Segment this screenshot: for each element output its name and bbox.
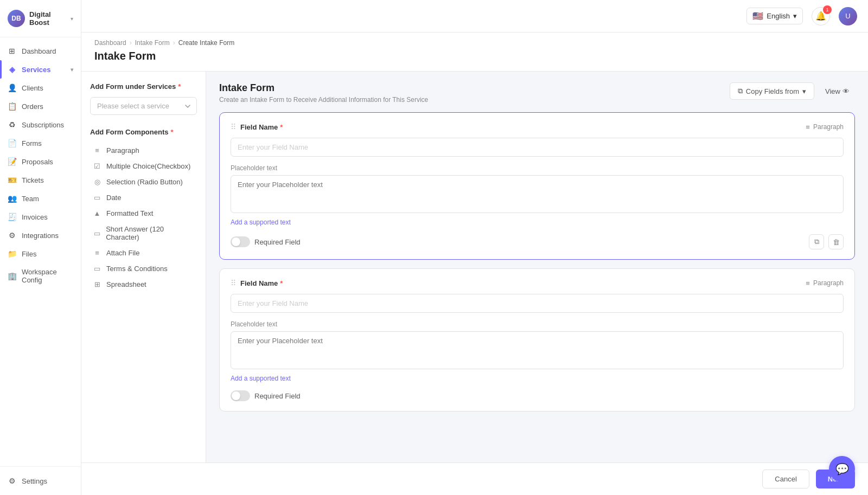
component-item-date[interactable]: ▭ Date [90, 190, 197, 205]
nav-label: Team [22, 195, 39, 203]
sidebar-item-tickets[interactable]: 🎫 Tickets [0, 171, 81, 189]
sidebar-item-workspace-config[interactable]: 🏢 Workspace Config [0, 263, 81, 289]
component-item-attach-file[interactable]: ≡ Attach File [90, 245, 197, 261]
field-header: ⠿ Field Name * ≡ Paragraph [231, 123, 844, 131]
nav-label: Subscriptions [22, 121, 64, 129]
copy-fields-button[interactable]: ⧉ Copy Fields from ▾ [730, 82, 814, 100]
topbar: 🇺🇸 English ▾ 🔔 1 U [81, 0, 868, 33]
nav-label: Invoices [22, 213, 48, 221]
component-label: Spreadsheet [106, 280, 146, 288]
nav-icon: 📝 [8, 157, 16, 166]
duplicate-button[interactable]: ⧉ [809, 234, 824, 249]
component-item-short-answer--120-character-[interactable]: ▭ Short Answer (120 Character) [90, 221, 197, 245]
component-item-selection--radio-button-[interactable]: ◎ Selection (Radio Button) [90, 174, 197, 190]
sidebar-item-integrations[interactable]: ⚙ Integrations [0, 226, 81, 245]
main-content: 🇺🇸 English ▾ 🔔 1 U Dashboard›Intake Form… [81, 0, 868, 495]
required-toggle[interactable] [231, 236, 250, 247]
bottom-bar: Cancel Next [81, 462, 868, 495]
field-type-label: Paragraph [813, 123, 844, 131]
component-item-spreadsheet[interactable]: ⊞ Spreadsheet [90, 277, 197, 292]
chat-bubble[interactable]: 💬 [829, 456, 855, 482]
cancel-button[interactable]: Cancel [762, 470, 809, 488]
sidebar-item-files[interactable]: 📁 Files [0, 245, 81, 263]
required-star-components: * [170, 128, 173, 136]
required-toggle[interactable] [231, 390, 250, 401]
settings-item[interactable]: ⚙ Settings [8, 473, 73, 488]
component-label: Date [106, 194, 121, 202]
delete-button[interactable]: 🗑 [828, 234, 844, 249]
nav-icon: 🧾 [8, 213, 16, 221]
required-star: * [178, 82, 181, 91]
notification-button[interactable]: 🔔 1 [812, 7, 830, 25]
field-name-input-1[interactable] [231, 138, 844, 157]
breadcrumb-link[interactable]: Intake Form [135, 39, 170, 47]
nav-icon: ⚙ [8, 231, 16, 240]
form-builder-header: Intake Form Create an Intake Form to Rec… [219, 82, 855, 104]
placeholder-textarea-1[interactable] [231, 175, 844, 213]
content-layout: Add Form under Services * Please select … [81, 72, 868, 462]
component-label: Multiple Choice(Checkbox) [106, 162, 190, 170]
form-field-card-2: ⠿ Field Name * ≡ Paragraph Placeholder t… [219, 268, 855, 412]
breadcrumb-separator: › [130, 39, 132, 47]
placeholder-textarea-2[interactable] [231, 331, 844, 369]
page-header: Dashboard›Intake Form›Create Intake Form… [81, 33, 868, 72]
language-label: English [767, 12, 790, 20]
form-builder-actions: ⧉ Copy Fields from ▾ View 👁 [730, 82, 855, 100]
services-section-title: Add Form under Services * [90, 82, 197, 91]
sidebar-item-forms[interactable]: 📄 Forms [0, 134, 81, 152]
drag-handle-icon[interactable]: ⠿ [231, 279, 236, 287]
user-avatar[interactable]: U [839, 7, 857, 25]
breadcrumb-separator: › [173, 39, 175, 47]
service-select-wrapper: Please select a service [90, 97, 197, 115]
required-field-row: Required Field [231, 390, 301, 401]
component-icon: ≡ [92, 249, 102, 257]
nav-label: Tickets [22, 176, 44, 184]
component-item-formatted-text[interactable]: ▲ Formatted Text [90, 205, 197, 221]
sidebar-footer: ⚙ Settings [0, 466, 81, 495]
nav-label: Orders [22, 102, 43, 111]
nav-icon: 📄 [8, 139, 16, 147]
avatar: DB [8, 10, 25, 27]
field-name-input-2[interactable] [231, 294, 844, 313]
sidebar-item-proposals[interactable]: 📝 Proposals [0, 152, 81, 171]
sidebar-item-dashboard[interactable]: ⊞ Dashboard [0, 42, 81, 60]
drag-handle-icon[interactable]: ⠿ [231, 123, 236, 131]
sidebar-header[interactable]: DB Digital Boost ▾ [0, 0, 81, 37]
settings-icon: ⚙ [8, 477, 16, 485]
copy-icon: ⧉ [738, 87, 743, 95]
component-icon: ▭ [92, 229, 101, 237]
service-select[interactable]: Please select a service [90, 97, 197, 115]
breadcrumb-link[interactable]: Dashboard [94, 39, 126, 47]
component-item-multiple-choice-checkbox-[interactable]: ☑ Multiple Choice(Checkbox) [90, 158, 197, 174]
language-selector[interactable]: 🇺🇸 English ▾ [746, 8, 803, 24]
component-icon: ▭ [92, 194, 102, 202]
sidebar-item-subscriptions[interactable]: ♻ Subscriptions [0, 115, 81, 134]
nav-icon: ⊞ [8, 47, 16, 55]
view-button[interactable]: View 👁 [820, 83, 855, 99]
sidebar-item-invoices[interactable]: 🧾 Invoices [0, 208, 81, 226]
field-header-right: ≡ Paragraph [806, 279, 844, 287]
sidebar-item-clients[interactable]: 👤 Clients [0, 79, 81, 97]
flag-icon: 🇺🇸 [752, 11, 763, 21]
nav-label: Integrations [22, 232, 59, 240]
component-item-terms-&-conditions[interactable]: ▭ Terms & Conditions [90, 261, 197, 277]
add-supported-text-link[interactable]: Add a supported text [231, 218, 291, 226]
chat-icon: 💬 [835, 462, 849, 475]
sidebar-item-team[interactable]: 👥 Team [0, 189, 81, 208]
nav-icon: ♻ [8, 120, 16, 129]
required-star: * [280, 279, 283, 287]
breadcrumb: Dashboard›Intake Form›Create Intake Form [94, 39, 855, 47]
field-header-left: ⠿ Field Name * [231, 279, 283, 287]
nav-icon: ◈ [8, 65, 16, 74]
nav-icon: 📋 [8, 102, 16, 111]
component-item-paragraph[interactable]: ≡ Paragraph [90, 143, 197, 158]
sidebar-item-orders[interactable]: 📋 Orders [0, 97, 81, 115]
add-supported-text-link[interactable]: Add a supported text [231, 375, 291, 382]
sidebar-item-services[interactable]: ◈ Services ▾ [0, 60, 81, 79]
field-header: ⠿ Field Name * ≡ Paragraph [231, 279, 844, 287]
nav-icon: 👥 [8, 194, 16, 203]
form-builder-title-area: Intake Form Create an Intake Form to Rec… [219, 82, 428, 104]
component-icon: ☑ [92, 162, 102, 170]
toggle-knob [232, 391, 240, 400]
eye-icon: 👁 [843, 87, 850, 95]
